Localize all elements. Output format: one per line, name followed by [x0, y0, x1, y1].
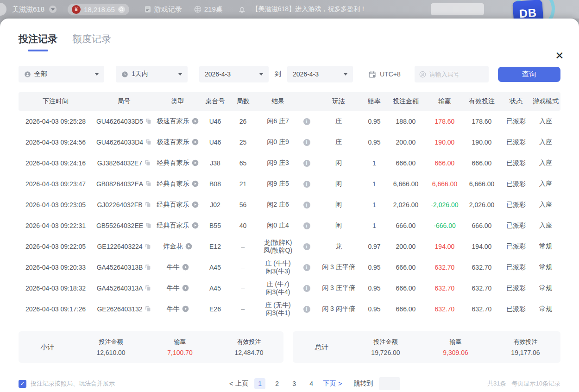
play-icon[interactable] — [185, 243, 192, 250]
footer-bar: 投注记录按照局、玩法合并展示 < 上页 1234 下页 > 跳转到 共31条 每… — [19, 377, 560, 390]
summary-section: 小计 投注金额 12,610.00 输赢 7,100.70 有效投注 12,48… — [19, 331, 560, 363]
date-from-select[interactable]: 2026-4-3 — [199, 66, 269, 82]
menu-tables[interactable]: 219桌 — [194, 5, 223, 14]
play-icon[interactable] — [182, 305, 189, 312]
info-icon[interactable] — [303, 181, 310, 188]
subtotal-winloss: 输赢 7,100.70 — [145, 338, 214, 356]
page-button-4[interactable]: 4 — [306, 378, 317, 389]
tab-quota-records[interactable]: 额度记录 — [72, 32, 111, 51]
avatar[interactable] — [0, 3, 6, 16]
page-button-2[interactable]: 2 — [271, 378, 283, 389]
round-search-input[interactable] — [429, 71, 480, 78]
result: 龙(散牌K) 凤(散牌Q) — [256, 239, 300, 254]
copy-icon[interactable] — [145, 222, 151, 228]
round-id: GU46264033D4 — [96, 139, 143, 146]
info-icon[interactable] — [303, 139, 310, 146]
copy-icon[interactable] — [145, 306, 151, 312]
table-no: A45 — [200, 264, 230, 271]
time-range-select[interactable]: 1天内 — [116, 66, 188, 82]
info-cell — [300, 305, 313, 313]
round-id-cell: GA452640313B — [93, 264, 155, 271]
info-icon[interactable] — [303, 285, 310, 292]
round-id: GA452640313A — [97, 285, 143, 292]
date-to-select[interactable]: 2026-4-3 — [287, 66, 353, 82]
play-icon[interactable] — [192, 180, 199, 187]
game-type-cell: 经典百家乐 — [155, 221, 200, 230]
odds: 0.95 — [364, 264, 384, 271]
menu-game-records[interactable]: 游戏记录 — [144, 5, 182, 14]
bet-amount: 666.00 — [384, 264, 427, 271]
prev-page-button[interactable]: < 上页 — [229, 379, 248, 388]
winloss-value: -2,026.00 — [427, 201, 462, 209]
play-icon[interactable] — [192, 139, 199, 145]
info-icon[interactable] — [303, 306, 310, 313]
chevron-down-icon[interactable] — [49, 6, 57, 13]
play-method: 龙 — [313, 242, 364, 251]
game-mode: 入座 — [531, 138, 560, 146]
timezone-group: UTC+8 — [368, 70, 401, 78]
bet-amount: 666.00 — [384, 285, 427, 292]
bet-amount: 2,026.00 — [384, 201, 427, 209]
play-icon[interactable] — [192, 222, 199, 229]
play-icon[interactable] — [192, 118, 199, 125]
odds: 1 — [364, 201, 384, 209]
copy-icon[interactable] — [145, 139, 151, 145]
copy-icon[interactable] — [145, 160, 151, 166]
valid-bet: 666.00 — [462, 222, 501, 229]
scope-select[interactable]: 全部 — [19, 66, 104, 82]
info-cell — [300, 201, 313, 209]
play-icon[interactable] — [182, 285, 189, 291]
refresh-icon[interactable] — [118, 6, 125, 13]
merge-label: 投注记录按照局、玩法合并展示 — [31, 379, 115, 388]
play-icon[interactable] — [182, 264, 189, 271]
copy-icon[interactable] — [145, 181, 151, 187]
calendar-icon — [368, 70, 376, 78]
game-type: 经典百家乐 — [157, 221, 189, 230]
round-id: GE2626403132 — [97, 305, 142, 313]
play-method: 闲 — [313, 159, 364, 167]
winloss-value: 632.70 — [427, 285, 462, 292]
game-type: 极速百家乐 — [157, 138, 189, 146]
copy-icon[interactable] — [145, 202, 151, 208]
table-no: U46 — [200, 139, 230, 146]
valid-bet: 178.60 — [462, 118, 501, 125]
subtotal-valid: 有效投注 12,484.70 — [214, 338, 283, 356]
info-icon[interactable] — [303, 118, 310, 125]
copy-icon[interactable] — [145, 264, 151, 270]
table-row: 2026-04-03 09:22:05 GE1226403224 炸金花 E12… — [19, 236, 560, 257]
round-id-cell: GB55264032EE — [93, 222, 155, 229]
copy-icon[interactable] — [145, 243, 151, 249]
page-button-3[interactable]: 3 — [289, 378, 300, 389]
info-icon[interactable] — [303, 202, 310, 209]
merge-checkbox[interactable] — [19, 380, 26, 388]
copy-icon[interactable] — [145, 118, 151, 124]
info-icon[interactable] — [303, 243, 310, 250]
play-icon[interactable] — [192, 159, 199, 166]
background-keyboard — [431, 3, 484, 15]
round-count: – — [230, 264, 256, 271]
copy-icon[interactable] — [145, 285, 151, 291]
game-mode: 入座 — [531, 221, 560, 230]
query-button[interactable]: 查询 — [498, 67, 560, 82]
table-body: 2026-04-03 09:25:28 GU46264033D5 极速百家乐 U… — [19, 111, 560, 319]
result: 闲0 庄4 — [256, 221, 300, 229]
filter-bar: 全部 1天内 2026-4-3 到 2026-4-3 UTC+8 查询 — [19, 66, 560, 82]
page-button-1[interactable]: 1 — [254, 378, 265, 389]
announcement-text: 【美滋滋618】进入游戏，祝多多盈利！ — [252, 5, 366, 13]
close-icon[interactable] — [553, 49, 566, 62]
subtotal-label: 小计 — [19, 343, 76, 352]
bet-time: 2026-04-03 09:23:47 — [19, 180, 93, 188]
info-icon[interactable] — [303, 160, 310, 167]
valid-bet: 190.00 — [462, 139, 501, 146]
round-id: GJ02264032FB — [97, 201, 142, 209]
col-round-count: 局数 — [230, 97, 256, 106]
tab-bet-records[interactable]: 投注记录 — [19, 32, 57, 51]
info-icon[interactable] — [303, 222, 310, 229]
next-page-button[interactable]: 下页 > — [323, 379, 342, 388]
table-no: B08 — [200, 180, 230, 188]
info-icon[interactable] — [303, 264, 310, 271]
balance-value: 18,218.65 — [84, 6, 115, 13]
valid-bet: 666.00 — [462, 159, 501, 167]
play-icon[interactable] — [192, 201, 199, 208]
jump-page-input[interactable] — [379, 377, 400, 390]
